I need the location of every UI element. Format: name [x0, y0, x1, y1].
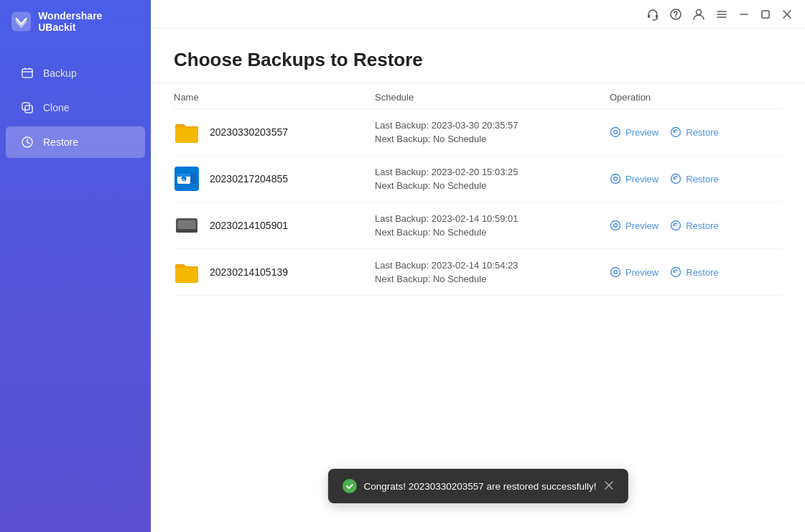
backup-icon — [20, 66, 34, 80]
restore-button[interactable]: Restore — [670, 123, 719, 141]
backup-table: Name Schedule Operation 20230330203557 L… — [151, 83, 805, 532]
help-icon[interactable] — [669, 7, 683, 22]
maximize-button[interactable] — [759, 8, 772, 21]
table-header: Name Schedule Operation — [174, 83, 782, 109]
sidebar-item-restore[interactable]: Restore — [6, 126, 145, 158]
restore-op-icon — [670, 266, 681, 278]
page-header: Choose Backups to Restore — [151, 29, 805, 83]
restore-op-icon — [670, 126, 681, 138]
svg-rect-14 — [762, 11, 769, 18]
table-row: O 20230217204855 Last Backup: 2023-02-20… — [174, 156, 782, 202]
toast-message: Congrats! 20230330203557 are restored su… — [363, 481, 596, 492]
restore-button[interactable]: Restore — [670, 217, 719, 234]
last-backup-label: Last Backup: 2023-02-14 10:59:01 — [375, 213, 610, 224]
row-operation-cell: Preview Restore — [610, 123, 782, 141]
toast-check-icon — [342, 479, 356, 493]
svg-point-25 — [611, 174, 620, 184]
next-backup-label: Next Backup: No Schedule — [375, 274, 610, 284]
svg-point-26 — [614, 177, 618, 181]
row-name-text: 20230214105901 — [210, 220, 288, 231]
col-header-name: Name — [174, 92, 375, 103]
next-backup-label: Next Backup: No Schedule — [375, 134, 610, 144]
sidebar-item-backup-label: Backup — [43, 67, 77, 79]
next-backup-label: Next Backup: No Schedule — [375, 180, 610, 191]
restore-button[interactable]: Restore — [670, 263, 719, 281]
col-header-schedule: Schedule — [375, 92, 610, 103]
row-name-cell: O 20230217204855 — [174, 166, 375, 192]
folder-icon — [174, 259, 200, 285]
svg-rect-29 — [178, 220, 195, 230]
row-name-cell: 20230214105901 — [174, 213, 375, 238]
row-name-cell: 20230214105139 — [174, 259, 375, 285]
row-name-text: 20230214105139 — [210, 266, 288, 278]
svg-point-32 — [611, 221, 620, 230]
svg-rect-31 — [176, 229, 197, 233]
last-backup-label: Last Backup: 2023-02-14 10:54:23 — [375, 260, 610, 271]
svg-point-36 — [614, 271, 618, 274]
toast-notification: Congrats! 20230330203557 are restored su… — [327, 469, 628, 503]
row-operation-cell: Preview Restore — [610, 217, 782, 234]
restore-op-icon — [670, 220, 681, 231]
svg-rect-5 — [648, 14, 650, 18]
svg-point-35 — [611, 268, 620, 277]
sidebar-nav: Backup Clone Restore — [0, 57, 151, 158]
row-name-cell: 20230330203557 — [174, 119, 375, 145]
preview-button[interactable]: Preview — [610, 263, 659, 281]
svg-rect-6 — [656, 14, 658, 18]
svg-point-33 — [614, 224, 618, 228]
last-backup-label: Last Backup: 2023-02-20 15:03:25 — [375, 167, 610, 177]
menu-icon[interactable] — [715, 7, 729, 22]
restore-icon — [20, 135, 34, 149]
next-backup-label: Next Backup: No Schedule — [375, 227, 610, 238]
svg-point-9 — [697, 9, 702, 14]
sidebar-item-restore-label: Restore — [43, 136, 78, 148]
row-schedule-cell: Last Backup: 2023-03-30 20:35:57 Next Ba… — [375, 120, 610, 144]
preview-button[interactable]: Preview — [610, 123, 659, 141]
page-title: Choose Backups to Restore — [174, 49, 782, 71]
main-content: Choose Backups to Restore Name Schedule … — [151, 0, 805, 532]
outlook-icon: O — [174, 166, 200, 192]
headset-icon[interactable] — [646, 7, 660, 22]
sidebar-item-clone-label: Clone — [43, 102, 70, 113]
minimize-button[interactable] — [737, 8, 750, 21]
col-header-operation: Operation — [610, 92, 782, 103]
row-operation-cell: Preview Restore — [610, 263, 782, 281]
close-button[interactable] — [781, 8, 794, 21]
sidebar-item-clone[interactable]: Clone — [6, 92, 145, 123]
sidebar-item-backup[interactable]: Backup — [6, 57, 145, 89]
row-schedule-cell: Last Backup: 2023-02-20 15:03:25 Next Ba… — [375, 167, 610, 191]
restore-button[interactable]: Restore — [670, 170, 719, 187]
drive-icon — [174, 213, 200, 238]
svg-rect-0 — [11, 11, 31, 31]
row-operation-cell: Preview Restore — [610, 170, 782, 187]
clone-icon — [20, 101, 34, 115]
table-row: 20230214105139 Last Backup: 2023-02-14 1… — [174, 249, 782, 296]
user-icon[interactable] — [692, 7, 706, 22]
svg-rect-22 — [177, 174, 190, 177]
folder-icon — [174, 119, 200, 145]
restore-op-icon — [670, 173, 681, 185]
preview-icon — [610, 266, 621, 278]
toast-close-button[interactable] — [604, 480, 614, 493]
svg-rect-1 — [22, 69, 32, 78]
titlebar — [151, 0, 805, 29]
row-name-text: 20230217204855 — [210, 173, 288, 185]
svg-point-18 — [614, 131, 618, 134]
preview-button[interactable]: Preview — [610, 217, 659, 234]
svg-text:O: O — [182, 178, 185, 182]
preview-icon — [610, 126, 621, 138]
svg-point-8 — [675, 17, 676, 18]
app-logo — [11, 11, 31, 32]
preview-button[interactable]: Preview — [610, 170, 659, 187]
preview-icon — [610, 220, 621, 231]
row-schedule-cell: Last Backup: 2023-02-14 10:54:23 Next Ba… — [375, 260, 610, 284]
svg-point-17 — [611, 128, 620, 137]
last-backup-label: Last Backup: 2023-03-30 20:35:57 — [375, 120, 610, 131]
row-name-text: 20230330203557 — [210, 126, 288, 138]
app-header: Wondershare UBackit — [0, 0, 151, 43]
app-name: Wondershare UBackit — [38, 10, 139, 33]
row-schedule-cell: Last Backup: 2023-02-14 10:59:01 Next Ba… — [375, 213, 610, 238]
table-row: 20230330203557 Last Backup: 2023-03-30 2… — [174, 109, 782, 156]
sidebar: Wondershare UBackit Backup Clone — [0, 0, 151, 532]
preview-icon — [610, 173, 621, 185]
